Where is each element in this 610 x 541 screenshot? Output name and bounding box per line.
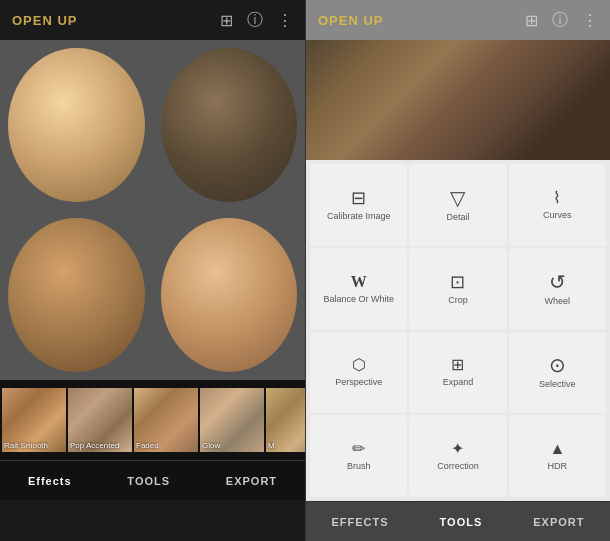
detail-icon: ▽ (450, 188, 465, 208)
right-info-icon[interactable]: ⓘ (552, 10, 568, 31)
tool-expand[interactable]: ⊞ Expand (409, 332, 506, 414)
left-panel: OPEN UP ⊞ ⓘ ⋮ Rait Smooth Pop Accented F… (0, 0, 305, 541)
thumb-label-1: Pop Accented (70, 441, 119, 450)
hdr-icon: ▲ (549, 441, 565, 457)
nav-export[interactable]: EXPORT (218, 471, 285, 491)
funko-top-right (161, 48, 298, 202)
left-top-bar: OPEN UP ⊞ ⓘ ⋮ (0, 0, 305, 40)
thumbnail-1[interactable]: Pop Accented (68, 388, 132, 452)
white-balance-icon: W (351, 274, 367, 290)
thumb-label-4: M (268, 441, 275, 450)
right-panel: OPEN UP ⊞ ⓘ ⋮ ⊟ Calibrate Image ▽ Detail… (306, 0, 610, 541)
right-nav-tools[interactable]: TOOLS (432, 512, 491, 532)
tool-curves[interactable]: ⌇ Curves (509, 164, 606, 246)
calibrate-icon: ⊟ (351, 189, 366, 207)
wheel-icon: ↺ (549, 272, 566, 292)
tools-grid: ⊟ Calibrate Image ▽ Detail ⌇ Curves W Ba… (306, 160, 610, 501)
right-layers-icon[interactable]: ⊞ (525, 11, 538, 30)
tool-selective[interactable]: ⊙ Selective (509, 332, 606, 414)
more-icon[interactable]: ⋮ (277, 11, 293, 30)
brush-label: Brush (347, 461, 371, 471)
white-balance-label: Balance Or White (323, 294, 394, 304)
expand-icon: ⊞ (451, 357, 464, 373)
tool-calibrate[interactable]: ⊟ Calibrate Image (310, 164, 407, 246)
crop-label: Crop (448, 295, 468, 305)
brush-icon: ✏ (352, 441, 365, 457)
hdr-label: HDR (548, 461, 568, 471)
right-nav-effects[interactable]: EFFECTS (323, 512, 396, 532)
thumb-label-2: Faded (136, 441, 159, 450)
curves-icon: ⌇ (553, 190, 561, 206)
right-preview-image (306, 40, 610, 160)
tool-detail[interactable]: ▽ Detail (409, 164, 506, 246)
selective-icon: ⊙ (549, 355, 566, 375)
selective-label: Selective (539, 379, 576, 389)
tool-white-balance[interactable]: W Balance Or White (310, 248, 407, 330)
right-more-icon[interactable]: ⋮ (582, 11, 598, 30)
thumbnail-2[interactable]: Faded (134, 388, 198, 452)
calibrate-label: Calibrate Image (327, 211, 391, 221)
perspective-label: Perspective (335, 377, 382, 387)
thumbnails-strip: Rait Smooth Pop Accented Faded Glow M (0, 380, 305, 460)
thumb-label-3: Glow (202, 441, 220, 450)
right-top-bar: OPEN UP ⊞ ⓘ ⋮ (306, 0, 610, 40)
right-nav-export[interactable]: EXPORT (525, 512, 592, 532)
main-image (0, 40, 305, 380)
funko-bottom-left (8, 218, 145, 372)
tool-perspective[interactable]: ⬡ Perspective (310, 332, 407, 414)
correction-icon: ✦ (451, 441, 464, 457)
right-top-icons: ⊞ ⓘ ⋮ (525, 10, 598, 31)
nav-tools[interactable]: TOOLS (119, 471, 178, 491)
detail-label: Detail (446, 212, 469, 222)
expand-label: Expand (443, 377, 474, 387)
nav-effects[interactable]: Effects (20, 471, 80, 491)
right-preview (306, 40, 610, 160)
right-bottom-nav: EFFECTS TOOLS EXPORT (306, 501, 610, 541)
crop-icon: ⊡ (450, 273, 465, 291)
funko-image-grid (0, 40, 305, 380)
thumb-label-0: Rait Smooth (4, 441, 48, 450)
info-icon[interactable]: ⓘ (247, 10, 263, 31)
thumbnail-3[interactable]: Glow (200, 388, 264, 452)
tool-brush[interactable]: ✏ Brush (310, 415, 407, 497)
left-bottom-nav: Effects TOOLS EXPORT (0, 460, 305, 500)
correction-label: Correction (437, 461, 479, 471)
tool-hdr[interactable]: ▲ HDR (509, 415, 606, 497)
thumbnail-0[interactable]: Rait Smooth (2, 388, 66, 452)
tool-crop[interactable]: ⊡ Crop (409, 248, 506, 330)
curves-label: Curves (543, 210, 572, 220)
tool-wheel[interactable]: ↺ Wheel (509, 248, 606, 330)
left-top-icons: ⊞ ⓘ ⋮ (220, 10, 293, 31)
funko-bottom-right (161, 218, 298, 372)
wheel-label: Wheel (545, 296, 571, 306)
right-app-title: OPEN UP (318, 13, 384, 28)
layers-icon[interactable]: ⊞ (220, 11, 233, 30)
tool-correction[interactable]: ✦ Correction (409, 415, 506, 497)
thumbnail-4[interactable]: M (266, 388, 305, 452)
left-app-title: OPEN UP (12, 13, 78, 28)
funko-top-left (8, 48, 145, 202)
perspective-icon: ⬡ (352, 357, 366, 373)
